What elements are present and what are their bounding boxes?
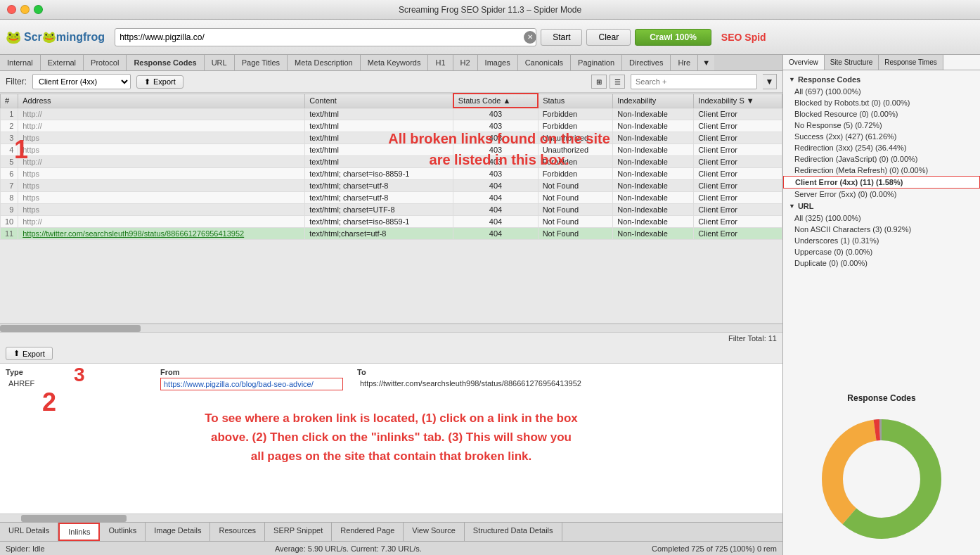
seo-spider-label: SEO Spid bbox=[721, 32, 766, 43]
right-item-response-codes[interactable]: Blocked by Robots.txt (0) (0.00%) bbox=[783, 97, 980, 108]
right-section-url[interactable]: ▼ URL bbox=[783, 200, 980, 212]
right-item-url[interactable]: Uppercase (0) (0.00%) bbox=[783, 246, 980, 257]
row-address[interactable]: http:// bbox=[18, 108, 305, 120]
bottom-tab-url-details[interactable]: URL Details bbox=[0, 523, 58, 541]
bottom-tab-structured-data-details[interactable]: Structured Data Details bbox=[465, 523, 562, 541]
table-row[interactable]: 7 https text/html; charset=utf-8 404 Not… bbox=[1, 180, 782, 192]
bottom-tab-serp-snippet[interactable]: SERP Snippet bbox=[265, 523, 332, 541]
tab-protocol[interactable]: Protocol bbox=[84, 55, 127, 70]
right-item-response-codes[interactable]: No Response (5) (0.72%) bbox=[783, 120, 980, 131]
right-item-url[interactable]: Underscores (1) (0.31%) bbox=[783, 235, 980, 246]
row-address[interactable]: http:// bbox=[18, 120, 305, 132]
tab-page-titles[interactable]: Page Titles bbox=[235, 55, 288, 70]
tab-internal[interactable]: Internal bbox=[0, 55, 41, 70]
col-indexability-s[interactable]: Indexability S ▼ bbox=[694, 94, 782, 108]
tab-pagination[interactable]: Pagination bbox=[571, 55, 622, 70]
col-status[interactable]: Status bbox=[538, 94, 613, 108]
tab-h2[interactable]: H2 bbox=[453, 55, 478, 70]
search-dropdown-btn[interactable]: ▼ bbox=[763, 74, 777, 89]
right-item-url[interactable]: All (325) (100.00%) bbox=[783, 212, 980, 224]
bottom-tab-rendered-page[interactable]: Rendered Page bbox=[332, 523, 404, 541]
row-status: Not Found bbox=[538, 192, 613, 204]
data-table-container[interactable]: # Address Content Status Code ▲ Status I… bbox=[0, 93, 782, 324]
row-address[interactable]: https bbox=[18, 168, 305, 180]
row-indexability: Non-Indexable bbox=[613, 192, 694, 204]
table-row[interactable]: 11 https://twitter.com/searchsleuth998/s… bbox=[1, 228, 782, 240]
filter-total-bar: Filter Total: 11 bbox=[0, 332, 782, 344]
tab-hre[interactable]: Hre bbox=[671, 55, 698, 70]
row-indexability: Non-Indexable bbox=[613, 204, 694, 216]
row-content: text/html; charset=utf-8 bbox=[305, 180, 453, 192]
tab-h1[interactable]: H1 bbox=[428, 55, 453, 70]
table-row[interactable]: 1 http:// text/html 403 Forbidden Non-In… bbox=[1, 108, 782, 120]
url-input[interactable] bbox=[115, 28, 536, 46]
top-tab-bar: InternalExternalProtocolResponse CodesUR… bbox=[0, 55, 782, 71]
tab-response-codes[interactable]: Response Codes bbox=[127, 55, 204, 70]
row-address[interactable]: https bbox=[18, 204, 305, 216]
right-item-response-codes[interactable]: Redirection (JavaScript) (0) (0.00%) bbox=[783, 153, 980, 165]
right-tab-site-structure[interactable]: Site Structure bbox=[825, 55, 879, 70]
h-scrollbar[interactable] bbox=[0, 324, 782, 332]
right-section-response-codes[interactable]: ▼ Response Codes bbox=[783, 73, 980, 86]
bottom-h-scrollbar[interactable] bbox=[0, 513, 782, 522]
table-row[interactable]: 10 http:// text/html; charset=iso-8859-1… bbox=[1, 216, 782, 228]
tab-directives[interactable]: Directives bbox=[622, 55, 671, 70]
table-row[interactable]: 8 https text/html; charset=utf-8 404 Not… bbox=[1, 192, 782, 204]
minimize-button[interactable] bbox=[20, 5, 30, 14]
tab-more[interactable]: ▼ bbox=[698, 55, 714, 70]
close-button[interactable] bbox=[7, 5, 16, 14]
tab-meta-keywords[interactable]: Meta Keywords bbox=[361, 55, 429, 70]
bottom-tab-resources[interactable]: Resources bbox=[210, 523, 265, 541]
row-address[interactable]: https bbox=[18, 192, 305, 204]
right-item-url[interactable]: Duplicate (0) (0.00%) bbox=[783, 257, 980, 269]
export-button[interactable]: ⬆ Export bbox=[136, 75, 183, 89]
tab-url[interactable]: URL bbox=[205, 55, 235, 70]
crawl-button[interactable]: Crawl 100% bbox=[635, 29, 711, 46]
row-address[interactable]: https bbox=[18, 144, 305, 156]
annotation-box-text: All broken links found on the site are l… bbox=[323, 128, 675, 170]
row-indexability-s: Client Error bbox=[694, 168, 782, 180]
row-status-code: 404 bbox=[453, 192, 538, 204]
col-content[interactable]: Content bbox=[305, 94, 453, 108]
col-indexability[interactable]: Indexability bbox=[613, 94, 694, 108]
right-item-response-codes[interactable]: Success (2xx) (427) (61.26%) bbox=[783, 131, 980, 142]
col-address[interactable]: Address bbox=[18, 94, 305, 108]
bottom-tab-image-details[interactable]: Image Details bbox=[146, 523, 210, 541]
bottom-tab-inlinks[interactable]: Inlinks bbox=[58, 523, 100, 541]
right-item-response-codes[interactable]: Blocked Resource (0) (0.00%) bbox=[783, 108, 980, 120]
right-item-response-codes[interactable]: Redirection (Meta Refresh) (0) (0.00%) bbox=[783, 165, 980, 176]
filter-select[interactable]: Client Error (4xx) bbox=[32, 74, 131, 89]
row-address[interactable]: https bbox=[18, 132, 305, 144]
grid-view-btn[interactable]: ⊞ bbox=[591, 75, 607, 89]
right-item-response-codes[interactable]: Client Error (4xx) (11) (1.58%) bbox=[783, 176, 980, 189]
col-status-code[interactable]: Status Code ▲ bbox=[453, 94, 538, 108]
table-row[interactable]: 9 https text/html; charset=UTF-8 404 Not… bbox=[1, 204, 782, 216]
bottom-export-button[interactable]: ⬆ Export bbox=[6, 347, 53, 360]
row-status-code: 404 bbox=[453, 204, 538, 216]
right-item-response-codes[interactable]: Redirection (3xx) (254) (36.44%) bbox=[783, 142, 980, 153]
start-button[interactable]: Start bbox=[541, 29, 582, 46]
tab-external[interactable]: External bbox=[41, 55, 84, 70]
bottom-tab-outlinks[interactable]: Outlinks bbox=[100, 523, 146, 541]
right-item-response-codes[interactable]: All (697) (100.00%) bbox=[783, 86, 980, 97]
url-clear-btn[interactable]: ✕ bbox=[524, 31, 536, 44]
right-tab-response-times[interactable]: Response Times bbox=[879, 55, 943, 70]
logo-text: Scr🐸mingfrog bbox=[24, 30, 105, 44]
search-input[interactable] bbox=[631, 74, 757, 89]
bottom-tab-view-source[interactable]: View Source bbox=[404, 523, 465, 541]
tab-images[interactable]: Images bbox=[478, 55, 518, 70]
tab-canonicals[interactable]: Canonicals bbox=[518, 55, 571, 70]
row-address[interactable]: https://twitter.com/searchsleuth998/stat… bbox=[18, 228, 305, 240]
instruction-text: To see where a broken link is located, (… bbox=[21, 409, 761, 466]
right-tab-overview[interactable]: Overview bbox=[783, 55, 825, 70]
row-address[interactable]: https bbox=[18, 180, 305, 192]
row-address[interactable]: http:// bbox=[18, 156, 305, 168]
right-item-url[interactable]: Non ASCII Characters (3) (0.92%) bbox=[783, 224, 980, 235]
row-address[interactable]: http:// bbox=[18, 216, 305, 228]
right-item-response-codes[interactable]: Server Error (5xx) (0) (0.00%) bbox=[783, 189, 980, 200]
maximize-button[interactable] bbox=[34, 5, 43, 14]
from-field: From https://www.pigzilla.co/blog/bad-se… bbox=[160, 368, 343, 390]
clear-button[interactable]: Clear bbox=[586, 29, 631, 46]
tab-meta-description[interactable]: Meta Description bbox=[288, 55, 361, 70]
list-view-btn[interactable]: ☰ bbox=[610, 75, 625, 89]
